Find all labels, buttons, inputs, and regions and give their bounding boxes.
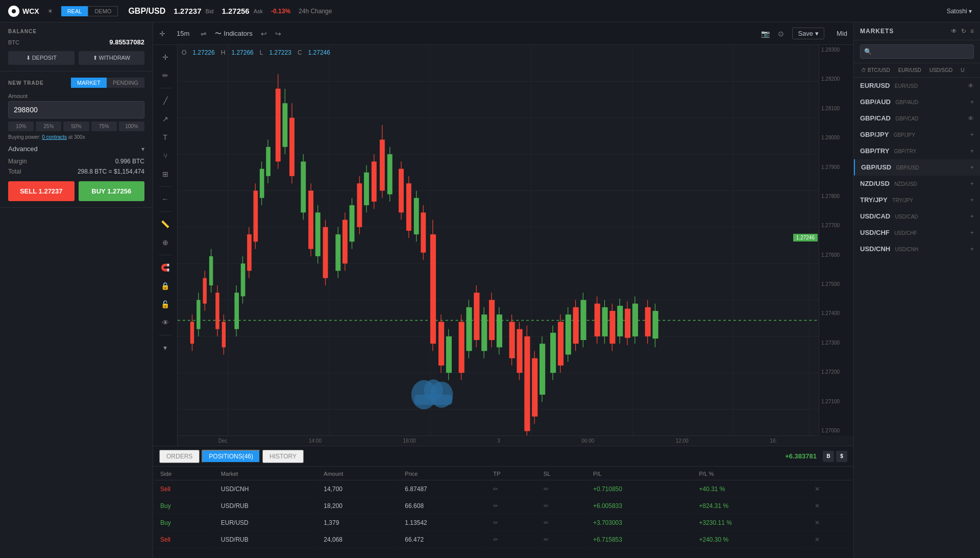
market-item-action[interactable]: +: [970, 148, 974, 155]
measure-tool[interactable]: 📏: [157, 216, 174, 232]
market-tab-usdsgd[interactable]: USD/SGD: [926, 66, 956, 74]
lock2-tool[interactable]: 🔓: [157, 296, 174, 312]
back-tool[interactable]: ←: [157, 191, 174, 207]
market-item-action[interactable]: 👁: [968, 82, 974, 89]
position-tp[interactable]: ✏: [487, 515, 536, 531]
chevron-down-tool[interactable]: ▾: [157, 339, 174, 356]
market-item-action[interactable]: +: [970, 229, 974, 236]
position-close[interactable]: ✕: [808, 515, 852, 531]
s-icon-button[interactable]: $: [836, 451, 847, 462]
list-item[interactable]: GBP/TRY GBP/TRY +: [854, 143, 980, 159]
market-item-action[interactable]: +: [970, 246, 974, 253]
market-item-action[interactable]: 👁: [968, 115, 974, 122]
market-tab-eurusd[interactable]: EUR/USD: [895, 66, 924, 74]
market-tab-u[interactable]: U: [958, 66, 967, 74]
positions-tab[interactable]: POSITIONS(46): [202, 450, 260, 463]
list-item[interactable]: USD/CNH USD/CNH +: [854, 241, 980, 257]
undo-icon[interactable]: ↩: [261, 30, 267, 38]
theme-toggle[interactable]: ☀: [47, 8, 53, 15]
compare-icon[interactable]: ⇌: [201, 30, 207, 38]
position-tp[interactable]: ✏: [487, 532, 536, 548]
list-item[interactable]: GBP/USD GBP/USD +: [854, 159, 980, 176]
withdraw-button[interactable]: ⬆ WITHDRAW: [79, 51, 145, 65]
lock-tool[interactable]: 🔒: [157, 278, 174, 294]
list-item[interactable]: TRY/JPY TRY/JPY +: [854, 192, 980, 208]
market-item-action[interactable]: +: [970, 131, 974, 138]
pen-tool[interactable]: ✏: [157, 67, 174, 84]
position-close[interactable]: ✕: [808, 532, 852, 548]
pct-50-button[interactable]: 50%: [63, 122, 89, 131]
pending-button[interactable]: PENDING: [107, 78, 144, 88]
arrow-tool[interactable]: ↗: [157, 111, 174, 127]
pct-100-button[interactable]: 100%: [119, 122, 144, 131]
eye-tool[interactable]: 👁: [157, 314, 174, 331]
cursor-tool[interactable]: ✛: [157, 49, 174, 65]
magnet-tool[interactable]: 🧲: [157, 259, 174, 276]
list-item[interactable]: GBP/CAD GBP/CAD 👁: [854, 110, 980, 127]
contracts-link[interactable]: 0 contracts: [42, 134, 67, 140]
price-scale-val: 1.27700: [821, 223, 851, 228]
text-tool[interactable]: T: [157, 129, 174, 145]
history-tab[interactable]: HISTORY: [262, 450, 304, 463]
advanced-row[interactable]: Advanced ▾: [8, 140, 144, 158]
bid-label: Bid: [206, 8, 214, 14]
crosshair-icon[interactable]: ✛: [159, 30, 165, 38]
demo-mode-button[interactable]: DEMO: [88, 6, 118, 16]
market-item-action[interactable]: +: [970, 197, 974, 204]
zoom-in-tool[interactable]: ⊕: [157, 234, 174, 251]
list-item[interactable]: NZD/USD NZD/USD +: [854, 176, 980, 192]
position-tp[interactable]: ✏: [487, 498, 536, 514]
market-item-action[interactable]: +: [970, 213, 974, 220]
market-item-action[interactable]: +: [970, 164, 974, 171]
market-item-action[interactable]: +: [970, 99, 974, 106]
camera-icon[interactable]: 📷: [761, 30, 770, 38]
list-item[interactable]: EUR/USD EUR/USD 👁: [854, 78, 980, 94]
real-mode-button[interactable]: REAL: [61, 6, 88, 16]
save-button[interactable]: Save ▾: [792, 28, 824, 39]
position-price: 6.87487: [399, 481, 486, 497]
grid-tool[interactable]: ⊞: [157, 166, 174, 182]
settings-icon[interactable]: ⊙: [778, 30, 784, 38]
position-close[interactable]: ✕: [808, 481, 852, 497]
position-sl[interactable]: ✏: [537, 498, 586, 514]
table-row: Sell USD/CNH 14,700 6.87487 ✏ ✏ +0.71085…: [154, 481, 852, 497]
menu-icon[interactable]: ≡: [970, 28, 974, 35]
refresh-icon[interactable]: ↻: [961, 28, 966, 35]
orders-tab[interactable]: ORDERS: [159, 450, 200, 463]
buy-button[interactable]: BUY 1.27256: [79, 181, 145, 201]
app-container: WCX ☀ REAL DEMO GBP/USD 1.27237 Bid 1.27…: [0, 0, 980, 558]
line-tool[interactable]: ╱: [157, 92, 174, 109]
market-search-input[interactable]: [860, 44, 974, 59]
market-item-action[interactable]: +: [970, 180, 974, 187]
eye-icon[interactable]: 👁: [951, 28, 957, 35]
deposit-button[interactable]: ⬇ DEPOSIT: [8, 51, 75, 65]
top-bar: WCX ☀ REAL DEMO GBP/USD 1.27237 Bid 1.27…: [0, 0, 980, 22]
timeframe-selector[interactable]: 15m: [174, 29, 192, 38]
indicators-button[interactable]: 〜 Indicators: [215, 29, 252, 38]
position-sl[interactable]: ✏: [537, 532, 586, 548]
market-button[interactable]: MARKET: [71, 78, 107, 88]
list-item[interactable]: USD/CHF USD/CHF +: [854, 225, 980, 241]
fork-tool[interactable]: ⑂: [157, 148, 174, 164]
b-icon-button[interactable]: B: [823, 451, 834, 462]
position-sl[interactable]: ✏: [537, 515, 586, 531]
pct-10-button[interactable]: 10%: [8, 122, 34, 131]
amount-input[interactable]: [8, 101, 144, 118]
list-item[interactable]: USD/CAD USD/CAD +: [854, 208, 980, 225]
time-label-3: 3: [497, 438, 500, 444]
redo-icon[interactable]: ↪: [275, 30, 281, 38]
sell-button[interactable]: SELL 1.27237: [8, 181, 75, 201]
price-scale-val: 1.27600: [821, 252, 851, 258]
position-tp[interactable]: ✏: [487, 481, 536, 497]
market-tab-btcusd[interactable]: ⏱ BTC/USD: [858, 66, 893, 74]
position-sl[interactable]: ✏: [537, 481, 586, 497]
pct-75-button[interactable]: 75%: [91, 122, 117, 131]
list-item[interactable]: GBP/JPY GBP/JPY +: [854, 127, 980, 143]
pct-25-button[interactable]: 25%: [36, 122, 61, 131]
chart-area: ✛ ✏ ╱ ↗ T ⑂ ⊞ ← 📏 ⊕ 🧲 🔒 🔓: [153, 45, 853, 446]
market-item-name: GBP/USD GBP/USD: [861, 163, 919, 171]
table-row: Buy USD/RUB 18,200 66.608 ✏ ✏ +6.005833 …: [154, 498, 852, 514]
user-menu[interactable]: Satoshi ▾: [939, 8, 980, 15]
list-item[interactable]: GBP/AUD GBP/AUD +: [854, 94, 980, 110]
position-close[interactable]: ✕: [808, 498, 852, 514]
